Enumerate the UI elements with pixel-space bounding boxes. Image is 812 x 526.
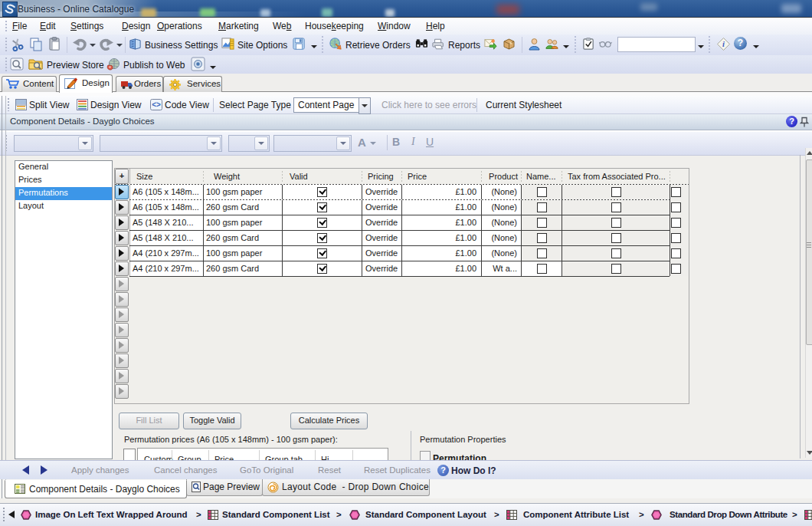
- svg-text:i: i: [722, 40, 725, 48]
- svg-text:<>: <>: [152, 100, 161, 109]
